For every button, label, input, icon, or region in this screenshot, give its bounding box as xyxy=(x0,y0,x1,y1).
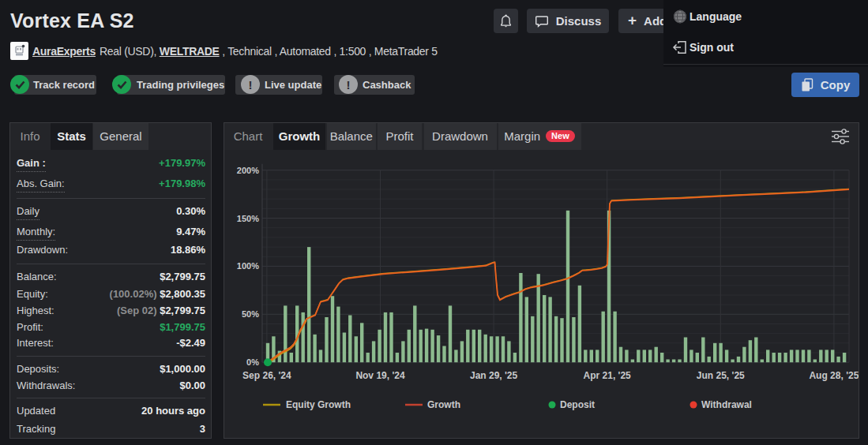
svg-text:Equity Growth: Equity Growth xyxy=(286,399,351,410)
svg-text:0%: 0% xyxy=(246,357,259,367)
svg-text:150%: 150% xyxy=(237,214,259,223)
svg-text:Withdrawal: Withdrawal xyxy=(701,399,752,410)
svg-text:Jan 29, '25: Jan 29, '25 xyxy=(470,370,518,381)
svg-text:100%: 100% xyxy=(237,261,259,271)
svg-text:50%: 50% xyxy=(242,309,259,319)
svg-text:Apr 21, '25: Apr 21, '25 xyxy=(584,370,632,381)
svg-text:200%: 200% xyxy=(237,166,259,175)
svg-text:Aug 28, '25: Aug 28, '25 xyxy=(809,370,859,381)
svg-text:Deposit: Deposit xyxy=(560,399,595,410)
svg-text:Sep 26, '24: Sep 26, '24 xyxy=(242,370,291,381)
svg-text:Jun 25, '25: Jun 25, '25 xyxy=(697,370,745,381)
svg-text:Nov 19, '24: Nov 19, '24 xyxy=(355,370,405,381)
svg-text:Growth: Growth xyxy=(427,399,460,410)
